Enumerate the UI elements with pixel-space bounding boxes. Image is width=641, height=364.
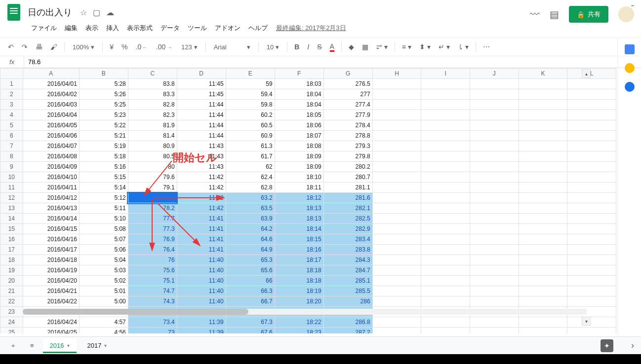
cell[interactable]: 11:40	[177, 255, 226, 265]
cell[interactable]: 18:20	[275, 296, 323, 307]
cell[interactable]	[421, 255, 470, 265]
cell[interactable]: 76.4	[128, 245, 177, 255]
calendar-side-icon[interactable]	[625, 44, 635, 54]
print-button[interactable]: 🖶	[33, 41, 45, 53]
cell[interactable]: 286	[323, 296, 372, 307]
cell[interactable]: 2016/04/04	[23, 110, 79, 120]
cell[interactable]	[470, 89, 519, 100]
cell[interactable]: 59	[226, 79, 275, 89]
cell[interactable]	[372, 234, 421, 245]
cell[interactable]	[372, 317, 421, 328]
cell[interactable]	[519, 328, 567, 334]
cell[interactable]: 11:44	[177, 131, 226, 141]
cell[interactable]	[470, 151, 519, 162]
cell[interactable]: 11:43	[177, 162, 226, 172]
cell[interactable]: 11:42	[177, 182, 226, 193]
cell[interactable]	[372, 224, 421, 234]
col-header-F[interactable]: F	[275, 69, 323, 79]
menu-format[interactable]: 表示形式	[123, 22, 156, 35]
strike-button[interactable]: S	[314, 41, 324, 53]
rotate-button[interactable]: ⤹ ▾	[455, 41, 472, 53]
borders-button[interactable]: ▦	[359, 41, 371, 53]
cell[interactable]: 2016/04/12	[23, 193, 79, 203]
row-header[interactable]: 18	[0, 255, 23, 265]
cell[interactable]	[372, 172, 421, 182]
cell[interactable]: 279.8	[323, 151, 372, 162]
cell[interactable]	[421, 141, 470, 151]
cell[interactable]: 67.6	[226, 328, 275, 334]
tasks-side-icon[interactable]	[625, 82, 635, 92]
cell[interactable]	[567, 141, 616, 151]
cell[interactable]: 76	[128, 255, 177, 265]
cell[interactable]: 63.2	[226, 193, 275, 203]
cell[interactable]: 283.4	[323, 234, 372, 245]
row-header[interactable]: 16	[0, 234, 23, 245]
cell[interactable]	[372, 100, 421, 110]
cell[interactable]	[421, 151, 470, 162]
cell[interactable]: 66.7	[226, 296, 275, 307]
cell[interactable]: 76.9	[128, 234, 177, 245]
cell[interactable]: 5:26	[79, 89, 128, 100]
cell[interactable]: 5:25	[79, 100, 128, 110]
cell[interactable]: 78.2	[128, 203, 177, 214]
cell[interactable]	[372, 151, 421, 162]
cell[interactable]	[372, 296, 421, 307]
row-header[interactable]: 17	[0, 245, 23, 255]
col-header-D[interactable]: D	[177, 69, 226, 79]
cell[interactable]	[519, 151, 567, 162]
cell[interactable]: 82.3	[128, 110, 177, 120]
scroll-down-icon[interactable]: ▾	[582, 317, 591, 326]
cell[interactable]	[567, 255, 616, 265]
cell[interactable]	[421, 214, 470, 224]
row-header[interactable]: 2	[0, 89, 23, 100]
cell[interactable]: 11:40	[177, 265, 226, 276]
row-header[interactable]: 11	[0, 182, 23, 193]
cell[interactable]: 18:09	[275, 162, 323, 172]
cell[interactable]	[372, 276, 421, 286]
dec-decimal-button[interactable]: .0←	[133, 41, 151, 53]
doc-title[interactable]: 日の出入り	[28, 6, 72, 18]
cell[interactable]: 2016/04/14	[23, 214, 79, 224]
cell[interactable]	[519, 255, 567, 265]
cell[interactable]: 11:41	[177, 214, 226, 224]
cell[interactable]	[567, 89, 616, 100]
cell[interactable]	[470, 224, 519, 234]
row-header[interactable]: 22	[0, 296, 23, 307]
cell[interactable]: 5:19	[79, 141, 128, 151]
cell[interactable]	[519, 224, 567, 234]
cell[interactable]	[567, 214, 616, 224]
cell[interactable]: 2016/04/13	[23, 203, 79, 214]
cell[interactable]	[519, 141, 567, 151]
cell[interactable]	[470, 214, 519, 224]
cell[interactable]	[519, 265, 567, 276]
cell[interactable]: 59.8	[226, 100, 275, 110]
cell[interactable]: 60.2	[226, 110, 275, 120]
cell[interactable]	[519, 193, 567, 203]
sheets-logo[interactable]	[4, 2, 24, 22]
cell[interactable]: 11:44	[177, 120, 226, 131]
cell[interactable]: 5:00	[79, 296, 128, 307]
sheet-tab-2017[interactable]: 2017▾	[80, 338, 114, 353]
col-header-G[interactable]: G	[323, 69, 372, 79]
cell[interactable]: 279.3	[323, 141, 372, 151]
cell[interactable]: 5:04	[79, 255, 128, 265]
cell[interactable]: 11:42	[177, 203, 226, 214]
cell[interactable]: 18:17	[275, 255, 323, 265]
cell[interactable]: 11:41	[177, 245, 226, 255]
col-header-K[interactable]: K	[519, 69, 567, 79]
cell[interactable]	[519, 162, 567, 172]
currency-button[interactable]: ¥	[107, 41, 117, 53]
cell[interactable]	[421, 162, 470, 172]
cell[interactable]: 5:22	[79, 120, 128, 131]
col-header-A[interactable]: A	[23, 69, 79, 79]
move-icon[interactable]: ▢	[93, 8, 100, 17]
cell[interactable]	[470, 120, 519, 131]
cell[interactable]	[567, 79, 616, 89]
row-header[interactable]: 3	[0, 100, 23, 110]
cell[interactable]: 280.7	[323, 172, 372, 182]
cell[interactable]: 2016/04/15	[23, 224, 79, 234]
add-sheet-button[interactable]: ＋	[5, 338, 21, 353]
cell[interactable]	[470, 286, 519, 296]
cell[interactable]	[372, 255, 421, 265]
cell[interactable]: 277	[323, 89, 372, 100]
